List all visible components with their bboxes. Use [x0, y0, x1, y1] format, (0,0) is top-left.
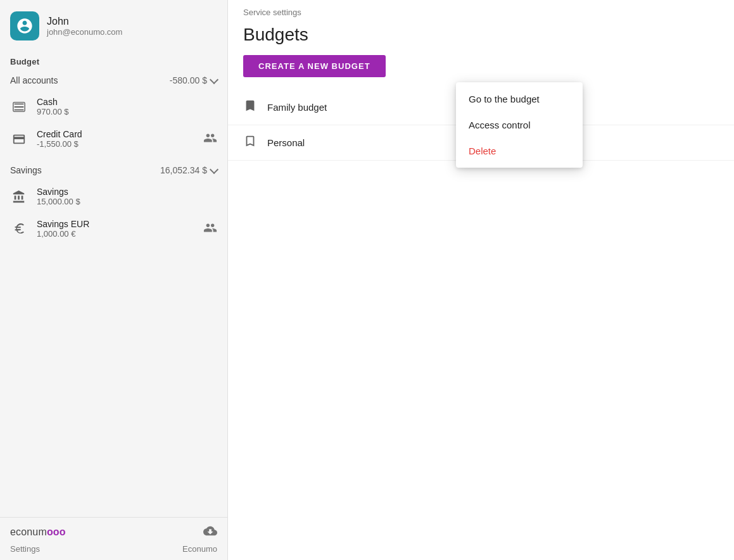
euro-icon	[10, 222, 28, 236]
page-title: Budgets	[228, 20, 734, 55]
bank-icon	[10, 190, 28, 204]
bookmark-outline-icon	[243, 134, 257, 151]
main-content: Service settings Budgets CREATE A NEW BU…	[228, 0, 734, 560]
savings-group: Savings 16,052.34 $ Savings 15,000.00 $ …	[0, 160, 227, 250]
chevron-down-icon	[210, 75, 218, 84]
settings-link[interactable]: Settings	[10, 544, 40, 554]
user-profile[interactable]: John john@econumo.com	[0, 0, 227, 52]
sidebar-footer: econumooo Settings Econumo	[0, 517, 227, 560]
account-info-cash: Cash 970.00 $	[37, 97, 217, 116]
savings-label: Savings	[10, 165, 42, 175]
avatar	[10, 11, 39, 40]
logo-text: econumooo	[10, 526, 66, 538]
all-accounts-group: All accounts -580.00 $ Cash 970.00 $ Cre…	[0, 70, 227, 160]
breadcrumb: Service settings	[228, 0, 734, 20]
account-amount-savings-eur: 1,000.00 €	[37, 229, 194, 239]
user-email: john@econumo.com	[47, 27, 122, 37]
account-name-savings: Savings	[37, 187, 217, 197]
context-menu: Go to the budget Access control Delete	[456, 82, 583, 168]
cloud-icon[interactable]	[203, 524, 217, 540]
sidebar-logo-row: econumooo	[10, 524, 217, 540]
all-accounts-label: All accounts	[10, 75, 58, 85]
bookmark-filled-icon	[243, 99, 257, 116]
user-name: John	[47, 16, 122, 27]
context-menu-item-go-to-budget[interactable]: Go to the budget	[456, 86, 583, 112]
context-menu-item-delete[interactable]: Delete	[456, 138, 583, 164]
logo-dots: ooo	[47, 526, 66, 537]
savings-header[interactable]: Savings 16,052.34 $	[0, 160, 227, 180]
budget-name-personal: Personal	[267, 137, 305, 148]
account-info-credit-card: Credit Card -1,550.00 $	[37, 129, 194, 149]
account-name-savings-eur: Savings EUR	[37, 219, 194, 229]
account-name-credit-card: Credit Card	[37, 129, 194, 139]
econumo-link[interactable]: Econumo	[182, 544, 217, 554]
shared-icon-credit-card	[203, 131, 217, 147]
budget-section-title: Budget	[0, 52, 227, 70]
account-item-savings-eur[interactable]: Savings EUR 1,000.00 €	[0, 213, 227, 245]
account-item-cash[interactable]: Cash 970.00 $	[0, 90, 227, 123]
sidebar: John john@econumo.com Budget All account…	[0, 0, 228, 560]
account-name-cash: Cash	[37, 97, 217, 107]
sidebar-footer-links: Settings Econumo	[10, 544, 217, 554]
account-info-savings-eur: Savings EUR 1,000.00 €	[37, 219, 194, 239]
user-info: John john@econumo.com	[47, 16, 122, 37]
all-accounts-amount: -580.00 $	[170, 75, 217, 85]
account-amount-savings: 15,000.00 $	[37, 197, 217, 206]
chevron-down-icon	[210, 165, 218, 174]
account-info-savings: Savings 15,000.00 $	[37, 187, 217, 206]
account-item-savings[interactable]: Savings 15,000.00 $	[0, 180, 227, 213]
all-accounts-header[interactable]: All accounts -580.00 $	[0, 70, 227, 90]
create-budget-button[interactable]: CREATE A NEW BUDGET	[243, 55, 386, 77]
budget-name-family: Family budget	[267, 102, 327, 113]
cash-icon	[10, 100, 28, 114]
account-amount-credit-card: -1,550.00 $	[37, 139, 194, 149]
shared-icon-savings-eur	[203, 221, 217, 237]
context-menu-item-access-control[interactable]: Access control	[456, 112, 583, 138]
account-item-credit-card[interactable]: Credit Card -1,550.00 $	[0, 123, 227, 155]
savings-amount: 16,052.34 $	[160, 165, 217, 175]
account-amount-cash: 970.00 $	[37, 107, 217, 116]
credit-card-icon	[10, 132, 28, 146]
